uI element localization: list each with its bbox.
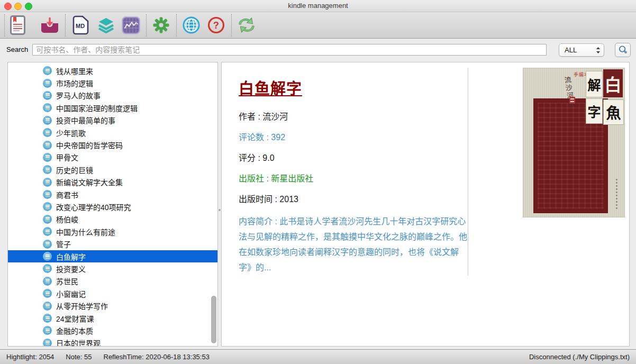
book-icon [43, 227, 52, 236]
cover-char-yu: 魚 [603, 99, 624, 125]
web-globe-icon[interactable] [183, 16, 200, 34]
app-window: kindle management [0, 0, 636, 364]
book-icon [43, 103, 52, 112]
highlight-count: Hightlight: 2054 [6, 353, 54, 361]
detail-divider [468, 68, 468, 276]
book-title-label: 白鱼解字 [56, 251, 86, 262]
author-field: 作者 : 流沙河 [239, 112, 468, 122]
list-item[interactable]: 从零开始学写作 [8, 299, 217, 312]
toolbar-separator [146, 14, 147, 37]
list-item[interactable]: 中国国家治理的制度逻辑 [8, 102, 217, 114]
window-title: kindle management [0, 2, 636, 10]
book-title-label: 中国为什么有前途 [56, 226, 115, 237]
list-item[interactable]: 新编说文解字大全集 [8, 176, 217, 188]
book-icon [43, 326, 52, 335]
pub-date-field: 出版时间 : 2013 [239, 194, 468, 205]
book-list: 钱从哪里来 市场的逻辑 罗马人的故事 中国国家治理的制度逻辑 投资中最简单的事 … [8, 62, 217, 347]
cover-char-jie: 解 [586, 71, 603, 97]
book-title-label: 罗马人的故事 [56, 90, 101, 101]
list-item[interactable]: 管子 [8, 238, 217, 250]
cover-publisher-mark [616, 179, 617, 210]
book-icon [43, 91, 52, 100]
settings-gear-icon[interactable] [153, 17, 169, 33]
list-item[interactable]: 日本的世界观 [8, 337, 217, 347]
book-title-label: 投资要义 [56, 263, 86, 274]
list-item[interactable]: 中国为什么有前途 [8, 225, 217, 238]
list-item-selected[interactable]: 白鱼解字 [8, 250, 217, 262]
toolbar: MD [0, 12, 636, 39]
book-icon [43, 128, 52, 137]
book-icon [43, 339, 52, 347]
book-icon [43, 240, 52, 249]
toolbar-separator [4, 14, 5, 37]
refresh-sync-icon[interactable] [237, 16, 257, 34]
list-item[interactable]: 改变心理学的40项研究 [8, 201, 217, 213]
search-button[interactable] [615, 43, 631, 57]
list-item[interactable]: 投资要义 [8, 262, 217, 275]
book-title-label: 甲骨文 [56, 152, 78, 162]
list-item[interactable]: 杨伯峻 [8, 213, 217, 225]
list-item[interactable]: 投资中最简单的事 [8, 114, 217, 126]
book-icon [43, 314, 52, 323]
list-item[interactable]: 商君书 [8, 188, 217, 201]
list-item[interactable]: 小窗幽记 [8, 287, 217, 299]
list-item[interactable]: 中央帝国的哲学密码 [8, 139, 217, 151]
publisher-field: 出版社 : 新星出版社 [239, 174, 468, 184]
book-title-label: 管子 [56, 239, 71, 249]
markdown-export-icon[interactable]: MD [72, 15, 89, 35]
import-clippings-icon[interactable] [40, 17, 59, 34]
toolbar-separator [65, 14, 66, 37]
notes-document-icon[interactable] [10, 15, 25, 35]
sidebar-scrollbar-thumb[interactable] [211, 296, 216, 343]
cover-char-zi: 字 [586, 98, 603, 124]
book-title-label: 小窗幽记 [56, 288, 86, 299]
book-title-label: 苏世民 [56, 276, 78, 286]
book-icon [43, 165, 52, 174]
search-label: Search [6, 46, 28, 53]
svg-text:?: ? [213, 20, 219, 31]
book-title-label: 24堂财富课 [56, 313, 94, 324]
layers-icon[interactable] [97, 17, 115, 33]
help-question-icon[interactable]: ? [207, 16, 225, 34]
filter-dropdown[interactable]: ALL [559, 43, 604, 57]
book-icon [43, 141, 52, 150]
dropdown-chevrons-icon [596, 47, 601, 54]
search-input[interactable] [32, 44, 547, 56]
list-item[interactable]: 历史的巨镜 [8, 163, 217, 176]
book-icon [43, 190, 52, 199]
cover-char-bai: 白 [603, 69, 623, 97]
rating-field: 评分 : 9.0 [239, 153, 468, 163]
toolbar-separator [231, 14, 232, 37]
book-title-label: 中国国家治理的制度逻辑 [56, 103, 138, 113]
list-item[interactable]: 苏世民 [8, 275, 217, 287]
book-title-label: 从零开始学写作 [56, 301, 108, 311]
svg-text:MD: MD [76, 23, 85, 29]
toolbar-separator [176, 14, 177, 37]
book-detail-title[interactable]: 白鱼解字 [239, 76, 468, 98]
book-title-label: 日本的世界观 [56, 338, 101, 347]
book-icon [43, 178, 52, 187]
note-count: Note: 55 [66, 353, 92, 361]
list-item[interactable]: 罗马人的故事 [8, 89, 217, 102]
book-icon [43, 79, 52, 88]
splitter-handle[interactable] [219, 209, 221, 211]
book-title-label: 市场的逻辑 [56, 78, 93, 88]
book-title-label: 投资中最简单的事 [56, 115, 115, 125]
list-item[interactable]: 金融的本质 [8, 324, 217, 336]
book-icon [43, 277, 52, 286]
list-item[interactable]: 甲骨文 [8, 151, 217, 163]
list-item[interactable]: 24堂财富课 [8, 312, 217, 324]
statistics-chart-icon[interactable] [122, 16, 140, 34]
book-icon [43, 202, 52, 211]
book-icon [43, 215, 52, 224]
list-item[interactable]: 市场的逻辑 [8, 77, 217, 89]
list-item[interactable]: 钱从哪里来 [8, 65, 217, 77]
status-bar: Hightlight: 2054 Note: 55 RefleshTime: 2… [0, 349, 636, 364]
book-title-label: 杨伯峻 [56, 214, 78, 224]
intro-field: 内容简介 : 此书是诗人学者流沙河先生几十年对古汉字研究心法与见解的精粹之作，是… [239, 214, 468, 275]
filter-dropdown-value: ALL [565, 46, 596, 54]
book-title-label: 改变心理学的40项研究 [56, 202, 131, 212]
book-title-label: 中央帝国的哲学密码 [56, 140, 123, 150]
book-list-panel: 钱从哪里来 市场的逻辑 罗马人的故事 中国国家治理的制度逻辑 投资中最简单的事 … [7, 62, 218, 347]
list-item[interactable]: 少年凯歌 [8, 126, 217, 139]
